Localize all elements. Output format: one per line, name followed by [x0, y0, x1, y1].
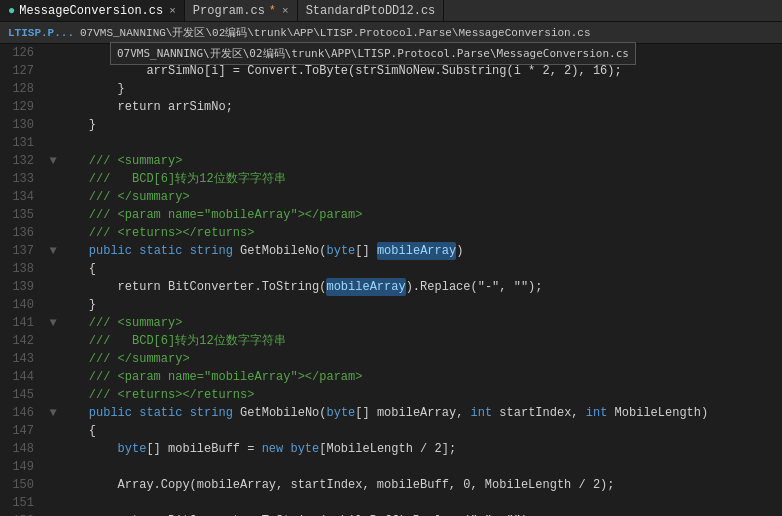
fold-gutter	[46, 44, 60, 62]
fold-gutter	[46, 206, 60, 224]
token: [] mobileBuff =	[146, 440, 261, 458]
code-line	[46, 494, 782, 512]
token: Array.Copy(mobileArray, startIndex, mobi…	[60, 476, 615, 494]
code-line: /// BCD[6]转为12位数字字符串	[46, 170, 782, 188]
code-line	[46, 458, 782, 476]
token: GetMobileNo(	[233, 242, 327, 260]
fold-gutter	[46, 188, 60, 206]
ltisp-logo: LTISP.P...	[8, 27, 74, 39]
tab-close-btn[interactable]: ×	[169, 5, 176, 17]
code-line: {	[46, 260, 782, 278]
line-number: 127	[0, 62, 34, 80]
token: </returns>	[182, 386, 254, 404]
token: ///	[60, 206, 118, 224]
token: byte	[327, 404, 356, 422]
fold-gutter	[46, 494, 60, 512]
code-line: /// <param name="mobileArray"></param>	[46, 368, 782, 386]
line-number: 145	[0, 386, 34, 404]
token: }	[60, 296, 96, 314]
breadcrumb: 07VMS_NANNING\开发区\02编码\trunk\APP\LTISP.P…	[80, 25, 590, 40]
tab-close-btn[interactable]: ×	[282, 5, 289, 17]
token: int	[471, 404, 493, 422]
token: string	[190, 404, 233, 422]
code-line: byte[] mobileBuff = new byte[MobileLengt…	[46, 440, 782, 458]
tab-label: Program.cs	[193, 4, 265, 18]
token: []	[355, 242, 377, 260]
fold-gutter	[46, 80, 60, 98]
token: <returns>	[118, 386, 183, 404]
code-line: ▼ /// <summary>	[46, 314, 782, 332]
token	[283, 440, 290, 458]
line-number: 146	[0, 404, 34, 422]
token: MobileLength)	[607, 404, 708, 422]
token: ).Replace("-", "");	[406, 278, 543, 296]
tab-label: MessageConversion.cs	[19, 4, 163, 18]
fold-gutter	[46, 170, 60, 188]
fold-gutter	[46, 350, 60, 368]
code-line: /// <returns></returns>	[46, 224, 782, 242]
token: {	[60, 422, 96, 440]
code-line: /// BCD[6]转为12位数字字符串	[46, 332, 782, 350]
token: return BitConverter.ToString(	[60, 278, 326, 296]
fold-gutter[interactable]: ▼	[46, 152, 60, 170]
token: mobileArray	[377, 242, 456, 260]
line-number: 136	[0, 224, 34, 242]
code-area[interactable]: { arrSimNo[i] = Convert.ToByte(strSimNoN…	[42, 44, 782, 516]
line-number: 152	[0, 512, 34, 516]
token: public	[89, 242, 132, 260]
line-number: 126	[0, 44, 34, 62]
line-number: 143	[0, 350, 34, 368]
fold-gutter[interactable]: ▼	[46, 242, 60, 260]
line-number: 128	[0, 80, 34, 98]
token: return arrSimNo;	[60, 98, 233, 116]
tab-program[interactable]: Program.cs * ×	[185, 0, 298, 21]
line-number: 135	[0, 206, 34, 224]
tab-standardptodd12[interactable]: StandardPtoDD12.cs	[298, 0, 445, 21]
token: new	[262, 440, 284, 458]
code-line: {	[46, 422, 782, 440]
token: /// BCD[6]转为12位数字字符串	[60, 332, 286, 350]
line-number: 130	[0, 116, 34, 134]
line-number: 147	[0, 422, 34, 440]
line-number: 144	[0, 368, 34, 386]
token: ///	[60, 188, 118, 206]
fold-gutter	[46, 134, 60, 152]
line-number: 129	[0, 98, 34, 116]
fold-gutter	[46, 116, 60, 134]
code-line: ▼ /// <summary>	[46, 152, 782, 170]
fold-gutter[interactable]: ▼	[46, 314, 60, 332]
token: )	[456, 242, 463, 260]
file-icon: ●	[8, 4, 15, 18]
line-number: 148	[0, 440, 34, 458]
token: <summary>	[118, 152, 183, 170]
token: <param name="mobileArray">	[118, 206, 305, 224]
token: ///	[60, 314, 118, 332]
token: }	[60, 80, 125, 98]
line-number: 139	[0, 278, 34, 296]
line-numbers: 1261271281291301311321331341351361371381…	[0, 44, 42, 516]
fold-gutter[interactable]: ▼	[46, 404, 60, 422]
fold-gutter	[46, 458, 60, 476]
code-line: /// <param name="mobileArray"></param>	[46, 206, 782, 224]
token	[132, 404, 139, 422]
token: byte	[118, 440, 147, 458]
code-line: ▼ public static string GetMobileNo(byte[…	[46, 404, 782, 422]
token	[182, 404, 189, 422]
token: static	[139, 242, 182, 260]
tab-messageconversion[interactable]: ● MessageConversion.cs ×	[0, 0, 185, 21]
code-line: ▼ public static string GetMobileNo(byte[…	[46, 242, 782, 260]
token: </summary>	[118, 188, 190, 206]
fold-gutter	[46, 368, 60, 386]
title-bar: ● MessageConversion.cs × Program.cs * × …	[0, 0, 782, 22]
line-number: 133	[0, 170, 34, 188]
code-line: /// <returns></returns>	[46, 386, 782, 404]
token: ///	[60, 152, 118, 170]
line-number: 132	[0, 152, 34, 170]
editor: 1261271281291301311321331341351361371381…	[0, 44, 782, 516]
code-line: Array.Copy(mobileArray, startIndex, mobi…	[46, 476, 782, 494]
token: {	[60, 260, 96, 278]
token: mobileArray	[326, 278, 405, 296]
token: /// BCD[6]转为12位数字字符串	[60, 170, 286, 188]
token	[60, 404, 89, 422]
token: byte	[327, 242, 356, 260]
